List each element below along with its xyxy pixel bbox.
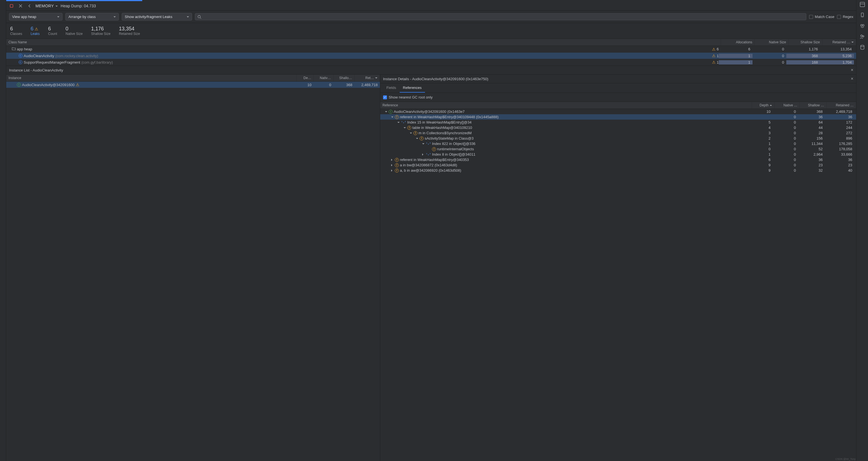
layout-icon[interactable]: [860, 2, 865, 7]
device-icon[interactable]: [860, 12, 865, 18]
reference-row[interactable]: fm in Collections$SynchronizedM3028272: [380, 130, 856, 136]
search-field[interactable]: [203, 14, 804, 19]
reference-row[interactable]: ¹₂³Index 822 in Object[]@3361011,344176,…: [380, 141, 856, 146]
tab-references[interactable]: References: [400, 83, 425, 93]
show-leaks-select[interactable]: Show activity/fragment Leaks: [122, 13, 192, 21]
class-grid-header: Class Name Allocations Native Size Shall…: [6, 39, 856, 46]
search-input[interactable]: [195, 13, 806, 20]
svg-rect-2: [860, 2, 865, 7]
left-gutter: [0, 0, 6, 461]
close-details-icon[interactable]: ×: [851, 76, 854, 81]
stat-classes: 6Classes: [10, 26, 22, 36]
header-native-size[interactable]: Native Size: [755, 39, 788, 45]
field-icon: f: [395, 163, 399, 167]
header-instance[interactable]: Instance: [6, 74, 297, 81]
header-retained-size[interactable]: Retained …: [823, 39, 856, 45]
nearest-gc-root-checkbox[interactable]: Show nearest GC root only: [383, 95, 854, 99]
header-shallow[interactable]: Shallo…: [334, 74, 354, 81]
close-instance-list-icon[interactable]: ×: [851, 68, 854, 73]
reference-row[interactable]: freferent in WeakHashMap$Entry@340353603…: [380, 157, 856, 162]
nearest-gc-root-label: Show nearest GC root only: [389, 95, 433, 99]
stat-shallow: 1,176Shallow Size: [91, 26, 111, 36]
reference-row[interactable]: IAudioCleanActivity@342091600 (0x1463e71…: [380, 109, 856, 114]
stat-native: 0Native Size: [66, 26, 83, 36]
header-class-name[interactable]: Class Name: [6, 39, 721, 45]
reference-row[interactable]: fa, b in aw@342086920 (0x1463d508)903240: [380, 168, 856, 173]
instance-list-title: Instance List - AudioCleanActivity: [9, 68, 63, 72]
header-ref-native[interactable]: Native …: [775, 102, 800, 109]
header-ref-shallow[interactable]: Shallow …: [800, 102, 827, 109]
header-allocations[interactable]: Allocations: [721, 39, 755, 45]
svg-point-5: [861, 25, 862, 26]
header-depth[interactable]: De…: [297, 74, 314, 81]
expand-chevron-icon[interactable]: [403, 127, 406, 129]
instance-details-panel: Instance Details - AudioCleanActivity@34…: [380, 74, 856, 461]
header-retained[interactable]: Ret…: [354, 74, 380, 81]
reference-row[interactable]: ftable in WeakHashMap@3401092104044244: [380, 125, 856, 130]
svg-point-4: [862, 16, 863, 17]
expand-chevron-icon[interactable]: [391, 116, 394, 118]
class-row[interactable]: CAudioCleanActivity (com.rockey.clean.ac…: [6, 53, 856, 59]
index-icon: ¹₂³: [426, 142, 431, 145]
reference-row[interactable]: freferent in WeakHashMap$Entry@340109448…: [380, 114, 856, 120]
class-row[interactable]: app heap⚠6601,17613,354: [6, 46, 856, 53]
class-icon: C: [19, 60, 23, 64]
expand-chevron-icon[interactable]: [422, 143, 425, 145]
database-icon[interactable]: [860, 44, 865, 50]
folder-icon: [12, 47, 16, 52]
arrange-select[interactable]: Arrange by class: [65, 13, 119, 21]
header-ref-depth[interactable]: Depth: [752, 102, 775, 109]
match-case-checkbox[interactable]: Match Case: [809, 14, 834, 19]
reference-row[interactable]: ¹₂³Index 15 in WeakHashMap$Entry[]@34506…: [380, 120, 856, 125]
expand-chevron-icon[interactable]: [391, 159, 394, 161]
back-icon[interactable]: [27, 3, 33, 9]
header-reference[interactable]: Reference: [380, 102, 752, 109]
expand-chevron-icon[interactable]: [385, 110, 388, 113]
expand-chevron-icon[interactable]: [397, 121, 400, 124]
reference-row[interactable]: fruntimeInternalObjects0052178,058: [380, 146, 856, 152]
svg-point-7: [861, 35, 862, 37]
header-shallow-size[interactable]: Shallow Size: [788, 39, 823, 45]
match-case-label: Match Case: [815, 14, 834, 19]
reference-row[interactable]: fa in bw@342086872 (0x1463d4d8)902323: [380, 162, 856, 168]
instance-list-header: Instance List - AudioCleanActivity ×: [6, 66, 856, 74]
watermark: CSDN @Mr_Tony: [835, 458, 856, 460]
summary-bar: 6Classes 6⚠Leaks 6Count 0Native Size 1,1…: [6, 23, 856, 39]
memory-dropdown[interactable]: MEMORY: [35, 4, 58, 8]
expand-chevron-icon[interactable]: [422, 153, 425, 156]
expand-chevron-icon[interactable]: [416, 137, 418, 140]
class-row[interactable]: CSupportRequestManagerFragment (com.gyf.…: [6, 59, 856, 66]
instance-icon: I: [389, 110, 393, 114]
header-ref-retained[interactable]: Retained …: [827, 102, 856, 109]
tab-fields[interactable]: Fields: [383, 83, 400, 93]
view-heap-select[interactable]: View app heap: [9, 13, 63, 21]
reference-row[interactable]: ¹₂³Index 8 in Object[]@34011102,96433,66…: [380, 152, 856, 157]
stat-count: 6Count: [48, 26, 57, 36]
field-icon: f: [395, 115, 399, 119]
expand-chevron-icon[interactable]: [391, 164, 394, 166]
expand-chevron-icon[interactable]: [409, 132, 412, 134]
field-icon: f: [407, 126, 411, 130]
svg-rect-0: [10, 4, 13, 7]
stop-icon[interactable]: [8, 3, 14, 9]
reference-row[interactable]: fsActivityStateMap in Class@320156896: [380, 136, 856, 141]
field-icon: f: [413, 131, 417, 135]
instance-list-panel: Instance De… Nativ… Shallo… Ret… IAudioC…: [6, 74, 380, 461]
people-icon[interactable]: [860, 34, 865, 39]
search-icon: [197, 15, 202, 19]
svg-point-9: [861, 45, 864, 47]
index-icon: ¹₂³: [401, 121, 406, 124]
svg-point-8: [862, 36, 864, 37]
expand-chevron-icon[interactable]: [391, 169, 394, 172]
stat-leaks[interactable]: 6⚠Leaks: [31, 26, 40, 36]
class-icon: C: [19, 54, 23, 58]
regex-label: Regex: [843, 14, 854, 19]
regex-checkbox[interactable]: Regex: [837, 14, 854, 19]
index-icon: ¹₂³: [426, 153, 431, 156]
copilot-icon[interactable]: [860, 23, 865, 29]
instance-row[interactable]: IAudioCleanActivity@342091600⚠1003682,46…: [6, 81, 380, 88]
header-native[interactable]: Nativ…: [314, 74, 334, 81]
toolbar: MEMORY Heap Dump: 04.733: [6, 1, 856, 11]
close-icon[interactable]: [18, 3, 24, 9]
instance-icon: I: [17, 83, 21, 87]
